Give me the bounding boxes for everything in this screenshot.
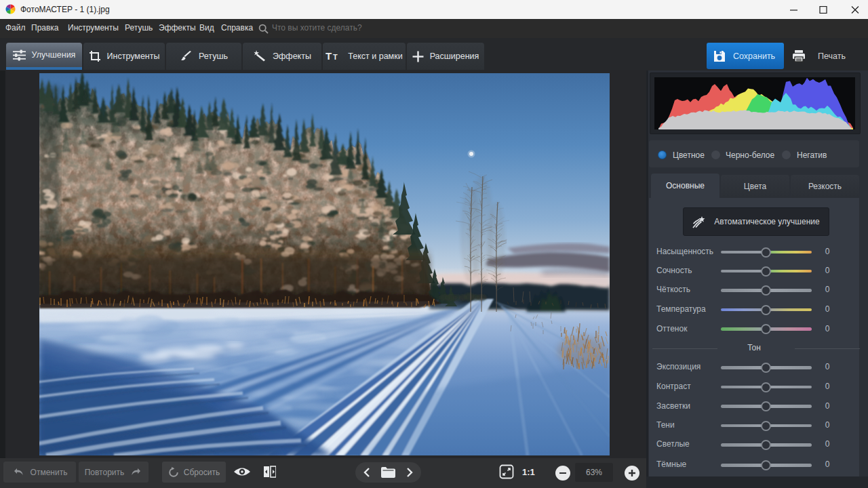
svg-text:T: T [333, 53, 338, 61]
svg-text:T: T [326, 51, 332, 62]
